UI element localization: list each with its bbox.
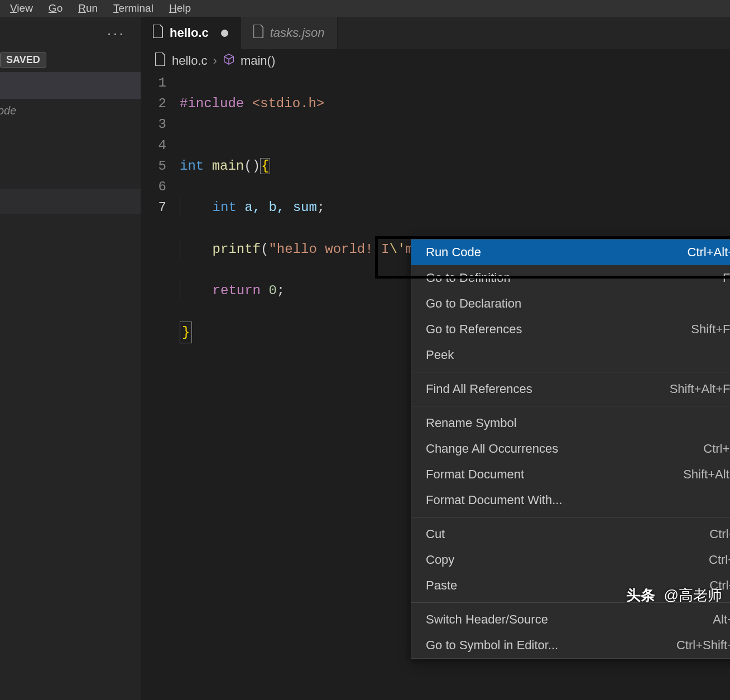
unsaved-badge: SAVED [0,52,46,68]
ctx-go-references[interactable]: Go to References Shift+F12 [411,317,730,342]
ctx-find-all-references[interactable]: Find All References Shift+Alt+F12 [411,376,730,402]
ctx-format-document-with[interactable]: Format Document With... [411,487,730,513]
dirty-dot-icon [221,30,228,37]
ctx-separator [411,372,730,372]
more-icon[interactable]: ··· [107,25,125,42]
tab-label: hello.c [170,26,209,40]
menu-terminal[interactable]: TerminalTerminal [105,0,161,17]
sidebar-selected-row[interactable] [0,72,141,99]
ctx-switch-header-source[interactable]: Switch Header/Source Alt+O [411,607,730,632]
menu-go[interactable]: GoGo [41,0,70,17]
ctx-copy[interactable]: Copy Ctrl+C [411,547,730,573]
ctx-rename-symbol[interactable]: Rename Symbol F2 [411,410,730,436]
file-icon [155,52,166,69]
ctx-go-symbol-editor[interactable]: Go to Symbol in Editor... Ctrl+Shift+O [411,632,730,658]
ctx-go-definition[interactable]: Go to Definition F12 [411,265,730,291]
breadcrumb[interactable]: hello.c › main() [141,49,730,73]
menu-help[interactable]: HelpHelp [161,0,199,17]
sidebar: ··· SAVED ode [0,17,141,700]
tabs: hello.c tasks.json [141,17,730,49]
tab-tasks-json[interactable]: tasks.json [241,17,338,49]
ctx-run-code[interactable]: Run Code Ctrl+Alt+N [411,239,730,265]
ctx-go-declaration[interactable]: Go to Declaration [411,291,730,317]
chevron-right-icon: › [213,54,217,68]
tab-hello-c[interactable]: hello.c [141,17,241,49]
gutter: 1 2 3 4 5 6 7 [141,73,180,385]
ctx-format-document[interactable]: Format Document Shift+Alt+F [411,462,730,487]
file-icon [253,25,265,41]
menubar: VViewiew GoGo RunRun TerminalTerminal He… [0,0,730,17]
menu-view[interactable]: VViewiew [2,0,41,17]
sidebar-folder-label: ode [0,99,141,117]
ctx-cut[interactable]: Cut Ctrl+X [411,521,730,547]
ctx-separator [411,406,730,406]
file-icon [153,25,164,41]
sidebar-section-divider [0,189,141,214]
ctx-peek[interactable]: Peek › [411,342,730,368]
breadcrumb-file: hello.c [172,54,208,68]
watermark: 头条 @高老师 [626,586,722,605]
ctx-separator [411,517,730,517]
breadcrumb-symbol: main() [241,54,275,68]
symbol-method-icon [223,53,235,69]
tab-label: tasks.json [270,26,325,40]
menu-run[interactable]: RunRun [70,0,105,17]
unsaved-indicator: SAVED [0,50,141,68]
ctx-change-all-occurrences[interactable]: Change All Occurrences Ctrl+F2 [411,436,730,462]
main-area: ··· SAVED ode hello.c tasks.json [0,17,730,700]
sidebar-actions: ··· [0,17,141,50]
